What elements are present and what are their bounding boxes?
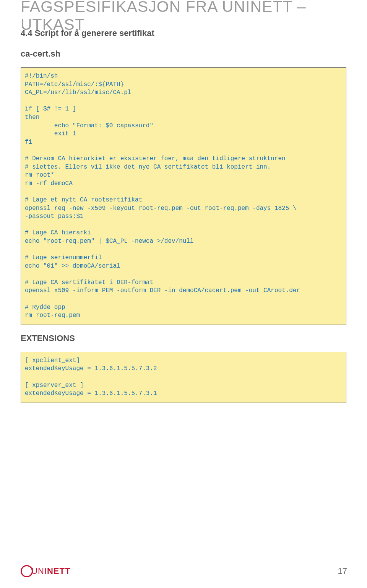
filename-label: ca-cert.sh (21, 49, 346, 59)
script-code-block: #!/bin/sh PATH=/etc/ssl/misc/:${PATH} CA… (21, 67, 346, 325)
extensions-code-block: [ xpclient_ext] extendedKeyUsage = 1.3.6… (21, 352, 346, 403)
logo-part2: NETT (47, 566, 70, 576)
page-footer: UNINETT 17 (21, 565, 347, 577)
section-heading: 4.4 Script for å generere sertifikat (21, 28, 346, 38)
extensions-heading: EXTENSIONS (21, 333, 346, 343)
logo-text: UNINETT (31, 566, 70, 576)
page-number: 17 (338, 566, 347, 576)
logo-part1: UNI (31, 566, 47, 576)
content-area: 4.4 Script for å generere sertifikat ca-… (21, 28, 346, 411)
uninett-logo: UNINETT (21, 565, 70, 577)
